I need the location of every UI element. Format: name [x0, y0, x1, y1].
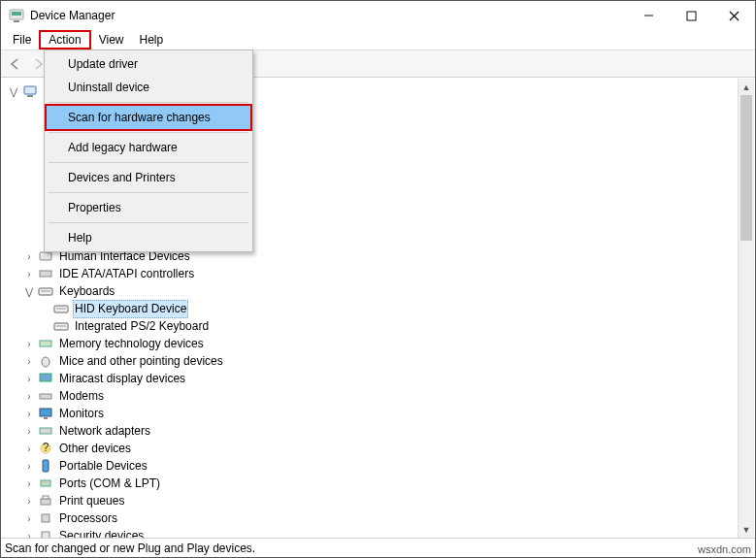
svg-rect-34	[43, 496, 49, 499]
node-label: Portable Devices	[57, 458, 149, 475]
svg-rect-1	[12, 12, 21, 16]
expand-icon[interactable]: ⋁	[7, 83, 20, 100]
expand-icon[interactable]: ›	[22, 388, 36, 405]
tree-item-modems[interactable]: › Modems	[7, 387, 755, 405]
minimize-button[interactable]	[627, 1, 670, 30]
node-label: Memory technology devices	[57, 336, 206, 352]
svg-rect-35	[42, 514, 49, 522]
menu-separator	[49, 102, 248, 103]
status-bar: Scan for changed or new Plug and Play de…	[1, 538, 755, 557]
tree-item-ports[interactable]: › Ports (COM & LPT)	[7, 475, 755, 492]
keyboard-icon	[38, 283, 53, 299]
svg-rect-22	[40, 341, 51, 346]
tree-item-hid-keyboard[interactable]: HID Keyboard Device	[7, 300, 755, 317]
svg-rect-25	[40, 394, 51, 399]
menu-uninstall-device[interactable]: Uninstall device	[47, 76, 250, 99]
node-label: Monitors	[57, 406, 106, 422]
portable-device-icon	[38, 458, 53, 474]
node-label: Integrated PS/2 Keyboard	[73, 318, 211, 335]
svg-rect-31	[43, 460, 49, 472]
tree-item-miracast[interactable]: › Miracast display devices	[7, 370, 755, 387]
status-text: Scan for changed or new Plug and Play de…	[5, 542, 255, 555]
tree-item-portable[interactable]: › Portable Devices	[7, 457, 755, 475]
close-button[interactable]	[712, 1, 755, 30]
menu-action[interactable]: Action	[39, 30, 90, 49]
expand-icon[interactable]: ›	[22, 266, 36, 282]
title-bar: Device Manager	[1, 1, 755, 30]
ide-icon	[38, 266, 53, 281]
security-icon	[38, 528, 53, 538]
tree-item-processors[interactable]: › Processors	[7, 509, 755, 527]
menu-file[interactable]: File	[5, 30, 39, 49]
node-label: Modems	[57, 388, 106, 405]
tree-item-keyboards[interactable]: ⋁ Keyboards	[7, 282, 755, 300]
svg-rect-32	[41, 480, 50, 486]
expand-icon[interactable]: ›	[22, 248, 36, 265]
node-label: IDE ATA/ATAPI controllers	[57, 266, 196, 282]
memory-icon	[38, 336, 53, 351]
svg-text:?: ?	[43, 441, 49, 454]
printer-icon	[38, 493, 53, 509]
collapse-icon[interactable]: ⋁	[22, 283, 36, 300]
app-icon	[9, 8, 24, 23]
computer-icon	[22, 83, 38, 99]
expand-icon[interactable]: ›	[22, 371, 36, 387]
expand-icon[interactable]: ›	[22, 493, 36, 509]
tree-item-ps2-keyboard[interactable]: Integrated PS/2 Keyboard	[7, 317, 755, 335]
svg-rect-24	[40, 374, 51, 381]
expand-icon[interactable]: ›	[22, 510, 36, 527]
svg-rect-4	[687, 12, 696, 20]
action-dropdown: Update driver Uninstall device Scan for …	[44, 49, 253, 252]
tree-item-print-queues[interactable]: › Print queues	[7, 492, 755, 509]
expand-icon[interactable]: ›	[22, 406, 36, 422]
menu-devices-and-printers[interactable]: Devices and Printers	[47, 166, 250, 189]
scroll-up-button[interactable]: ▲	[739, 79, 754, 95]
expand-icon[interactable]: ›	[22, 476, 36, 492]
svg-rect-14	[40, 252, 51, 260]
menu-scan-hardware-changes[interactable]: Scan for hardware changes	[45, 104, 252, 131]
svg-rect-15	[40, 271, 51, 277]
expand-icon[interactable]: ›	[22, 423, 36, 440]
menu-help[interactable]: Help	[132, 30, 172, 49]
tree-item-ide[interactable]: › IDE ATA/ATAPI controllers	[7, 265, 755, 282]
expand-icon[interactable]: ›	[22, 336, 36, 352]
tree-item-mice[interactable]: › Mice and other pointing devices	[7, 352, 755, 370]
monitor-icon	[38, 406, 53, 421]
node-label: Ports (COM & LPT)	[57, 476, 162, 492]
menu-separator	[49, 222, 248, 223]
svg-rect-27	[44, 417, 48, 419]
node-label: Mice and other pointing devices	[57, 353, 225, 370]
back-button[interactable]	[5, 53, 26, 75]
node-label: Security devices	[57, 528, 146, 539]
menu-separator	[49, 162, 248, 163]
menu-separator	[49, 132, 248, 133]
scroll-thumb[interactable]	[740, 95, 752, 241]
expand-icon[interactable]: ›	[22, 458, 36, 475]
scroll-down-button[interactable]: ▼	[739, 521, 754, 538]
menu-help[interactable]: Help	[47, 226, 250, 249]
tree-item-security[interactable]: › Security devices	[7, 527, 755, 538]
expand-icon[interactable]: ›	[22, 353, 36, 370]
window-title: Device Manager	[30, 9, 627, 22]
keyboard-icon	[53, 318, 69, 334]
other-device-icon: ?	[38, 441, 53, 456]
tree-item-other[interactable]: › ? Other devices	[7, 440, 755, 457]
svg-rect-12	[24, 86, 36, 94]
keyboard-icon	[53, 301, 69, 316]
mouse-icon	[38, 353, 53, 369]
menu-view[interactable]: View	[91, 30, 132, 49]
tree-item-monitors[interactable]: › Monitors	[7, 405, 755, 422]
menu-update-driver[interactable]: Update driver	[47, 52, 250, 76]
vertical-scrollbar[interactable]: ▲ ▼	[738, 79, 754, 538]
menu-properties[interactable]: Properties	[47, 196, 250, 219]
expand-icon[interactable]: ›	[22, 441, 36, 457]
menu-add-legacy-hardware[interactable]: Add legacy hardware	[47, 136, 250, 159]
tree-item-network[interactable]: › Network adapters	[7, 422, 755, 440]
expand-icon[interactable]: ›	[22, 528, 36, 539]
node-label: Print queues	[57, 493, 126, 509]
tree-item-memtech[interactable]: › Memory technology devices	[7, 335, 755, 352]
maximize-button[interactable]	[670, 1, 712, 30]
svg-rect-33	[41, 499, 50, 505]
watermark: wsxdn.com	[698, 543, 751, 555]
svg-rect-13	[27, 95, 33, 97]
